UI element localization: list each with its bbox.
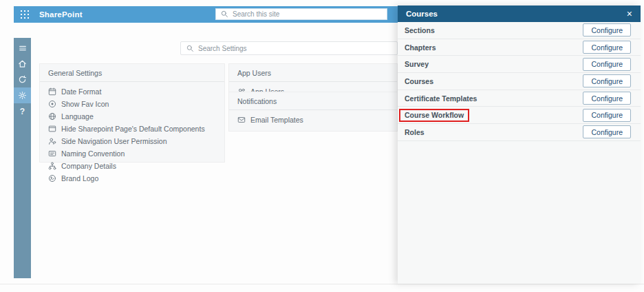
org-chart-icon <box>48 162 56 170</box>
panel-title: Courses <box>406 10 438 18</box>
setting-item-hide-default-components[interactable]: Hide Sharepoint Page's Default Component… <box>48 123 216 135</box>
setting-item-show-fav-icon[interactable]: Show Fav Icon <box>48 98 216 110</box>
setting-item-side-nav-permission[interactable]: Side Navigation User Permission <box>48 135 216 147</box>
mail-icon <box>237 116 246 124</box>
setting-item-company-details[interactable]: Company Details <box>48 160 216 172</box>
setting-item-brand-logo[interactable]: Brand Logo <box>48 172 216 185</box>
page-bottom-divider <box>0 284 644 284</box>
panel-row-roles: Roles Configure <box>398 124 641 141</box>
configure-button[interactable]: Configure <box>583 41 631 54</box>
configure-button[interactable]: Configure <box>583 74 631 87</box>
left-nav-rail: ? <box>14 38 31 278</box>
hamburger-icon <box>19 44 27 52</box>
panel-row-label: Roles <box>405 128 425 136</box>
site-search-box[interactable] <box>215 8 387 20</box>
section-title: General Settings <box>40 64 224 82</box>
panel-row-course-workflow: Course Workflow Configure <box>398 107 641 124</box>
panel-row-label: Certificate Templates <box>405 94 477 103</box>
panel-row-courses: Courses Configure <box>398 73 641 90</box>
configure-button[interactable]: Configure <box>583 92 631 105</box>
setting-item-label: Date Format <box>61 87 101 96</box>
favicon-icon <box>48 100 56 108</box>
courses-panel: Courses × Sections Configure Chapters Co… <box>398 6 641 284</box>
panel-row-certificate-templates: Certificate Templates Configure <box>398 90 641 107</box>
panel-header: Courses × <box>398 6 641 22</box>
app-launcher-icon[interactable] <box>21 10 29 19</box>
configure-button[interactable]: Configure <box>583 23 631 36</box>
sync-icon <box>18 75 27 84</box>
setting-item-label: Hide Sharepoint Page's Default Component… <box>61 125 205 133</box>
panel-row-label: Chapters <box>405 43 436 52</box>
setting-item-label: Naming Convention <box>61 149 125 158</box>
panel-row-sections: Sections Configure <box>398 22 641 39</box>
nav-help-button[interactable]: ? <box>14 103 31 119</box>
question-icon: ? <box>20 107 25 116</box>
nav-sync-button[interactable] <box>14 72 31 87</box>
panel-row-chapters: Chapters Configure <box>398 39 641 56</box>
nav-menu-button[interactable] <box>14 40 31 56</box>
settings-search-input[interactable] <box>198 45 391 52</box>
configure-button[interactable]: Configure <box>583 125 631 138</box>
panel-row-label: Sections <box>405 26 435 34</box>
gear-icon <box>18 91 27 100</box>
home-icon <box>18 59 27 68</box>
setting-item-language[interactable]: Language <box>48 110 216 123</box>
window-icon <box>48 125 56 133</box>
panel-row-survey: Survey Configure <box>398 56 641 73</box>
setting-item-label: Language <box>61 112 94 121</box>
calendar-icon <box>48 87 56 96</box>
setting-item-label: Company Details <box>61 162 116 170</box>
search-icon <box>221 10 228 18</box>
panel-row-label: Survey <box>405 60 429 68</box>
section-title: Notifications <box>229 92 397 110</box>
general-settings-card: General Settings Date Format Show Fav Ic… <box>39 63 225 163</box>
site-search-input[interactable] <box>233 10 382 18</box>
user-gear-icon <box>48 137 56 145</box>
search-icon <box>186 45 194 52</box>
notifications-card: Notifications Email Templates <box>228 92 398 132</box>
nav-home-button[interactable] <box>14 56 31 72</box>
setting-item-email-templates[interactable]: Email Templates <box>237 114 389 126</box>
configure-button[interactable]: Configure <box>583 109 631 122</box>
nav-settings-button[interactable] <box>14 87 31 103</box>
panel-row-label-highlighted: Course Workflow <box>399 109 469 122</box>
setting-item-date-format[interactable]: Date Format <box>48 85 216 98</box>
setting-item-label: Show Fav Icon <box>61 100 109 108</box>
globe-icon <box>48 112 56 121</box>
brand-logo-icon <box>48 174 56 182</box>
close-icon[interactable]: × <box>627 9 632 19</box>
naming-icon <box>48 149 56 158</box>
setting-item-label: Email Templates <box>250 116 303 124</box>
settings-search-box[interactable] <box>180 41 398 55</box>
configure-button[interactable]: Configure <box>583 58 631 71</box>
app-title: SharePoint <box>39 10 83 19</box>
setting-item-naming-convention[interactable]: Naming Convention <box>48 147 216 160</box>
panel-row-label: Courses <box>405 77 433 85</box>
section-title: App Users <box>229 64 397 82</box>
setting-item-label: Side Navigation User Permission <box>61 137 167 145</box>
setting-item-label: Brand Logo <box>61 174 98 182</box>
